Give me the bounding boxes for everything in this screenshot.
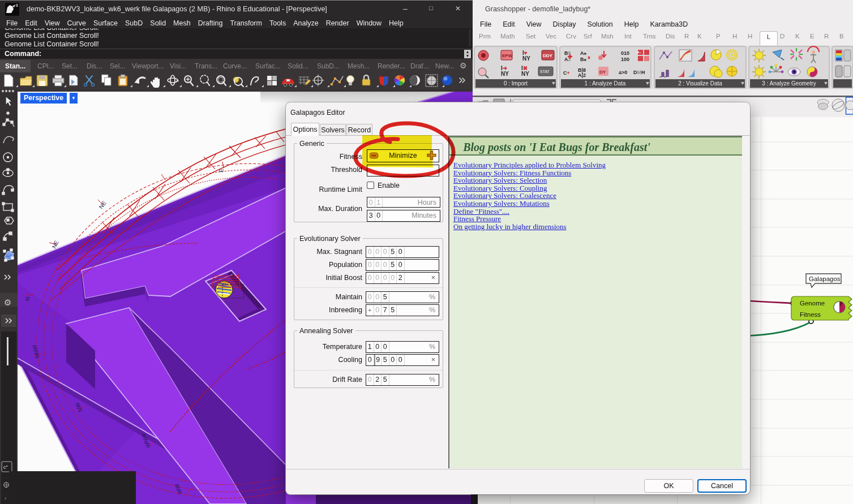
svg-text:a>0: a>0	[619, 70, 627, 75]
svg-text:8: 8	[16, 3, 18, 7]
svg-text:STAT: STAT	[540, 70, 550, 74]
svg-text:2 : Visualize Data: 2 : Visualize Data	[678, 80, 722, 87]
svg-text:NY: NY	[522, 55, 530, 62]
svg-text:B⁎: B⁎	[580, 57, 586, 62]
svg-text:⨁: ⨁	[3, 481, 9, 488]
svg-text:3 : Analyze Geometry: 3 : Analyze Geometry	[762, 80, 816, 87]
svg-text:N: N	[24, 296, 31, 301]
svg-text:Fitness: Fitness	[800, 311, 821, 318]
svg-text:DY: DY	[599, 70, 606, 75]
svg-text:Genome: Genome	[800, 300, 825, 307]
svg-text:Galapagos: Galapagos	[809, 275, 841, 282]
svg-text:NY: NY	[501, 71, 509, 77]
svg-text:100: 100	[621, 57, 629, 62]
svg-text:C+: C+	[563, 70, 570, 76]
svg-text:E: E	[218, 168, 225, 173]
svg-text:EPW: EPW	[502, 53, 513, 58]
svg-text:1 : Analyze Data: 1 : Analyze Data	[585, 80, 626, 87]
svg-text:DDY: DDY	[543, 53, 553, 58]
svg-text:A|2: A|2	[578, 72, 586, 78]
svg-text:DMH: DMH	[633, 70, 645, 75]
svg-text:›: ›	[5, 496, 6, 501]
svg-text:NY: NY	[521, 71, 529, 77]
svg-text:0 : Import: 0 : Import	[504, 80, 528, 87]
svg-text:⚙: ⚙	[4, 298, 11, 307]
svg-text:+-: +-	[637, 50, 641, 55]
svg-text:A⁎: A⁎	[580, 50, 586, 56]
svg-text:010: 010	[621, 50, 629, 56]
svg-text:c″: c″	[3, 464, 8, 470]
